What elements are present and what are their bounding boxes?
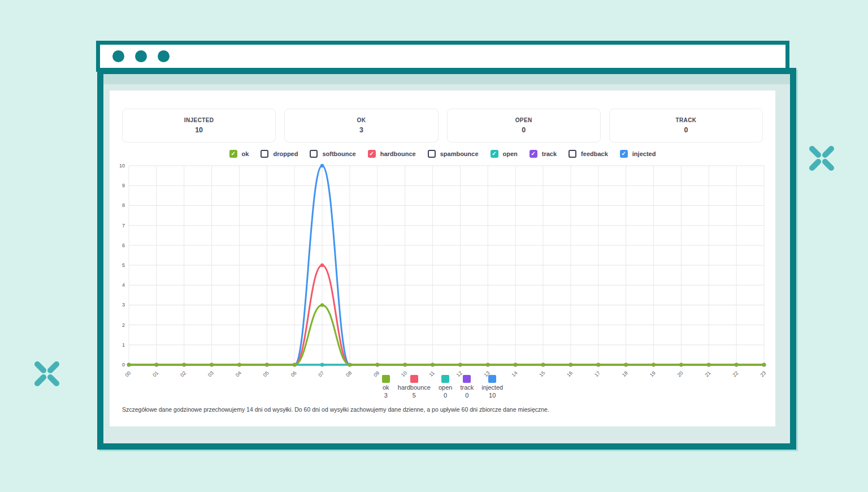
data-point-ok[interactable] (597, 363, 600, 366)
y-axis-tick-label: 2 (122, 322, 125, 328)
y-axis-tick-label: 0 (122, 362, 125, 368)
summary-label: open (439, 384, 452, 391)
data-point-ok[interactable] (320, 303, 324, 307)
data-point-ok[interactable] (293, 363, 296, 366)
data-point-ok[interactable] (486, 363, 489, 366)
summary-value: 3 (384, 392, 388, 399)
summary-label: hardbounce (398, 384, 431, 391)
y-axis-tick-label: 9 (122, 183, 125, 188)
data-point-open[interactable] (320, 363, 324, 366)
series-color-swatch (441, 375, 449, 383)
data-point-ok[interactable] (707, 363, 710, 366)
data-point-ok[interactable] (403, 363, 406, 366)
summary-label: track (460, 384, 474, 391)
data-point-ok[interactable] (237, 363, 241, 366)
data-point-ok[interactable] (348, 363, 351, 366)
series-color-swatch (463, 375, 471, 383)
data-point-ok[interactable] (624, 363, 627, 366)
data-point-ok[interactable] (210, 363, 213, 366)
summary-label: injected (481, 384, 503, 391)
summary-legend: ok3hardbounce5open0track0injected10 (110, 375, 775, 399)
summary-item-injected: injected10 (481, 375, 503, 399)
page: { "window": { "control_dots": 3 }, "colo… (0, 0, 868, 492)
data-point-ok[interactable] (762, 363, 766, 366)
y-axis-tick-label: 8 (122, 202, 125, 208)
window-control-dot[interactable] (112, 50, 124, 62)
summary-value: 10 (489, 392, 496, 399)
browser-titlebar (96, 41, 789, 72)
summary-item-ok: ok3 (382, 375, 390, 399)
window-top-band (103, 74, 790, 84)
summary-value: 5 (413, 392, 416, 399)
y-axis-tick-label: 7 (122, 223, 125, 228)
summary-item-open: open0 (439, 375, 452, 399)
data-point-ok[interactable] (183, 363, 186, 366)
data-point-ok[interactable] (127, 363, 131, 366)
y-axis-tick-label: 10 (119, 163, 125, 169)
window-control-dot[interactable] (135, 50, 147, 62)
y-axis-tick-label: 3 (122, 302, 125, 308)
summary-value: 0 (444, 392, 447, 399)
data-point-ok[interactable] (265, 363, 268, 366)
y-axis-tick-label: 6 (122, 243, 125, 248)
data-point-ok[interactable] (679, 363, 683, 366)
data-point-ok[interactable] (652, 363, 655, 366)
series-color-swatch (382, 375, 390, 383)
y-axis-tick-label: 1 (122, 342, 125, 348)
series-line-hardbounce (129, 265, 764, 365)
browser-window: INJECTED 10 OK 3 OPEN 0 TRACK 0 ✓okdropp… (97, 68, 796, 450)
decorative-x-icon (31, 358, 63, 390)
summary-item-hardbounce: hardbounce5 (398, 375, 431, 399)
y-axis-tick-label: 4 (122, 282, 125, 288)
series-color-swatch (488, 375, 496, 383)
data-point-ok[interactable] (735, 363, 738, 366)
data-point-ok[interactable] (569, 363, 572, 366)
summary-value: 0 (465, 392, 468, 399)
summary-label: ok (383, 384, 389, 391)
series-color-swatch (410, 375, 418, 383)
series-line-ok (129, 305, 764, 365)
data-point-ok[interactable] (458, 363, 462, 366)
data-point-ok[interactable] (541, 363, 545, 366)
summary-item-track: track0 (460, 375, 474, 399)
data-point-ok[interactable] (514, 363, 517, 366)
email-stats-card: INJECTED 10 OK 3 OPEN 0 TRACK 0 ✓okdropp… (110, 90, 775, 426)
decorative-x-icon (806, 143, 837, 174)
data-point-ok[interactable] (431, 363, 434, 366)
window-control-dot[interactable] (158, 50, 170, 62)
data-point-ok[interactable] (155, 363, 158, 366)
retention-footnote: Szczegółowe dane godzinowe przechowujemy… (122, 406, 761, 413)
data-point-injected[interactable] (320, 164, 324, 167)
data-point-ok[interactable] (376, 363, 379, 366)
y-axis-tick-label: 5 (122, 262, 125, 268)
data-point-hardbounce[interactable] (320, 264, 324, 267)
